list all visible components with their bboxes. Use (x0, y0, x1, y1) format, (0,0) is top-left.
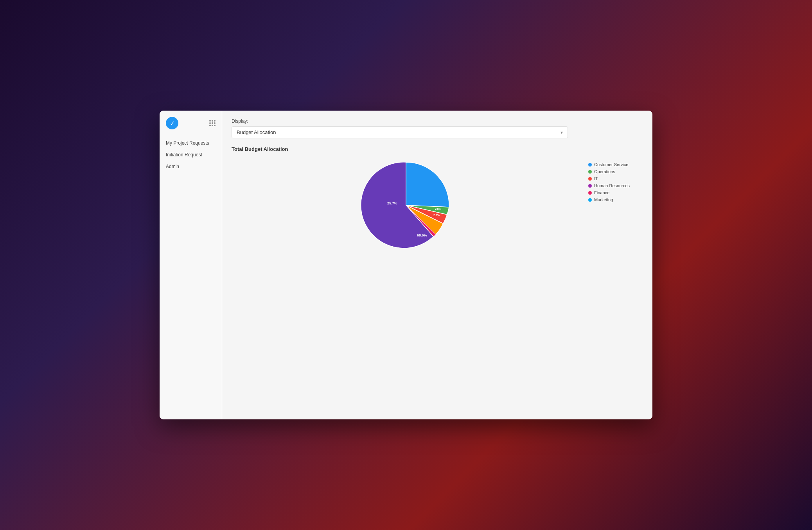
sidebar-item-initiation-request[interactable]: Initiation Request (160, 149, 222, 161)
sidebar-item-admin[interactable]: Admin (160, 161, 222, 172)
pie-chart-area: 25.7% 2.8% 2.9% 68.6% (232, 158, 580, 252)
legend-dot-finance (588, 191, 592, 195)
legend-label-operations: Operations (594, 169, 615, 174)
display-label: Display: (232, 118, 643, 124)
legend-label-finance: Finance (594, 190, 609, 195)
sidebar-header: ✓ (160, 117, 222, 137)
legend-label-it: IT (594, 176, 598, 181)
legend-item-it: IT (588, 176, 643, 181)
grid-dots-icon[interactable] (209, 120, 216, 126)
chevron-down-icon: ▾ (560, 130, 563, 135)
legend-item-human-resources: Human Resources (588, 183, 643, 188)
legend-label-marketing: Marketing (594, 197, 613, 202)
legend-dot-marketing (588, 198, 592, 202)
pie-chart: 25.7% 2.8% 2.9% 68.6% (359, 158, 453, 252)
legend-item-operations: Operations (588, 169, 643, 174)
legend-label-customer-service: Customer Service (594, 162, 628, 167)
legend-dot-it (588, 177, 592, 181)
dropdown-value: Budget Allocation (237, 129, 276, 135)
legend-dot-human-resources (588, 184, 592, 188)
chart-section: 25.7% 2.8% 2.9% 68.6% Customer Service O… (232, 158, 643, 252)
slice-label-customer-service: 25.7% (387, 201, 397, 205)
legend-item-customer-service: Customer Service (588, 162, 643, 167)
main-content: Display: Budget Allocation ▾ Total Budge… (222, 111, 652, 419)
app-window: ✓ My Project Requests Initiation Request… (160, 111, 652, 419)
legend-item-finance: Finance (588, 190, 643, 195)
chart-legend: Customer Service Operations IT Human Res… (588, 162, 643, 204)
legend-label-human-resources: Human Resources (594, 183, 630, 188)
slice-label-marketing: 68.6% (417, 233, 427, 237)
chart-title: Total Budget Allocation (232, 146, 643, 152)
sidebar: ✓ My Project Requests Initiation Request… (160, 111, 222, 419)
slice-label-it: 2.9% (433, 214, 440, 217)
legend-dot-operations (588, 170, 592, 174)
slice-label-operations: 2.8% (435, 208, 442, 210)
legend-item-marketing: Marketing (588, 197, 643, 202)
sidebar-item-my-project-requests[interactable]: My Project Requests (160, 137, 222, 149)
logo-icon: ✓ (166, 117, 178, 129)
budget-allocation-dropdown[interactable]: Budget Allocation ▾ (232, 126, 568, 138)
sidebar-navigation: My Project Requests Initiation Request A… (160, 137, 222, 172)
legend-dot-customer-service (588, 163, 592, 167)
